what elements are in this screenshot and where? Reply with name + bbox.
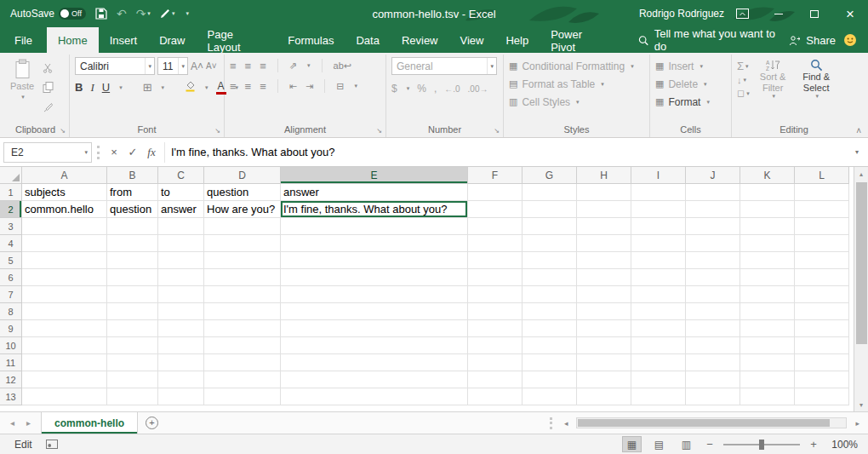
cell-H7[interactable] [577, 286, 631, 303]
number-dialog-launcher[interactable]: ↘ [494, 127, 500, 135]
sheet-nav-left-icon[interactable]: ◂ [10, 418, 14, 428]
cell-G9[interactable] [523, 320, 577, 337]
cell-I6[interactable] [631, 269, 686, 286]
cell-B8[interactable] [107, 303, 158, 320]
cell-E2[interactable]: I'm fine, thanks. What about you? [281, 201, 468, 218]
fill-color-dropdown-icon[interactable]: ▾ [205, 84, 208, 91]
cell-A3[interactable] [22, 218, 107, 235]
formula-input[interactable]: I'm fine, thanks. What about you? [164, 142, 848, 163]
column-header-L[interactable]: L [795, 167, 849, 184]
cell-D7[interactable] [204, 286, 281, 303]
autosum-button[interactable]: Σ▾ [737, 60, 750, 72]
cell-D12[interactable] [204, 371, 281, 388]
tab-formulas[interactable]: Formulas [277, 27, 345, 53]
cell-D4[interactable] [204, 235, 281, 252]
cell-D6[interactable] [204, 269, 281, 286]
cell-H5[interactable] [577, 252, 631, 269]
align-right-icon[interactable]: ≡ [260, 80, 266, 93]
tab-draw[interactable]: Draw [148, 27, 196, 53]
column-header-H[interactable]: H [577, 167, 631, 184]
cell-H10[interactable] [577, 337, 631, 354]
row-header-4[interactable]: 4 [0, 235, 22, 252]
cell-I3[interactable] [631, 218, 686, 235]
cell-F7[interactable] [468, 286, 523, 303]
cell-G8[interactable] [523, 303, 577, 320]
cell-B9[interactable] [107, 320, 158, 337]
cell-G13[interactable] [523, 388, 577, 405]
cell-F13[interactable] [468, 388, 523, 405]
font-size-dropdown-icon[interactable]: ▾ [178, 58, 187, 74]
cell-E13[interactable] [281, 388, 468, 405]
cell-B13[interactable] [107, 388, 158, 405]
user-name[interactable]: Rodrigo Rodriguez [639, 8, 724, 20]
cell-E5[interactable] [281, 252, 468, 269]
cell-K9[interactable] [740, 320, 795, 337]
column-header-D[interactable]: D [204, 167, 281, 184]
cell-E7[interactable] [281, 286, 468, 303]
cell-I4[interactable] [631, 235, 686, 252]
cell-F2[interactable] [468, 201, 523, 218]
zoom-slider[interactable] [723, 444, 800, 445]
macro-record-icon[interactable] [46, 440, 58, 449]
font-dialog-launcher[interactable]: ↘ [214, 127, 220, 135]
name-box[interactable]: E2 ▾ [3, 142, 92, 163]
hscroll-right-icon[interactable]: ▸ [851, 419, 864, 428]
select-all-corner[interactable] [0, 167, 22, 184]
inking-pen-icon[interactable]: ▾ [160, 9, 175, 19]
merge-center-dropdown-icon[interactable]: ▾ [354, 83, 357, 89]
cell-K12[interactable] [740, 371, 795, 388]
hscroll-left-icon[interactable]: ◂ [560, 419, 573, 428]
insert-function-button[interactable]: fx [142, 142, 161, 163]
cell-B11[interactable] [107, 354, 158, 371]
cell-styles-button[interactable]: ▥ Cell Styles ▾ [509, 93, 644, 111]
ribbon-display-options-icon[interactable] [736, 9, 749, 19]
fill-color-button[interactable] [185, 80, 196, 95]
cell-E1[interactable]: answer [281, 184, 468, 201]
align-center-icon[interactable]: ≡ [245, 80, 252, 93]
cell-B10[interactable] [107, 337, 158, 354]
borders-icon[interactable]: ⊞ [143, 81, 152, 94]
cell-J13[interactable] [686, 388, 740, 405]
cell-F11[interactable] [468, 354, 523, 371]
page-break-view-icon[interactable]: ▥ [677, 436, 696, 452]
redo-icon[interactable]: ↷▾ [136, 7, 151, 20]
cell-J7[interactable] [686, 286, 740, 303]
tab-page-layout[interactable]: Page Layout [197, 27, 277, 53]
cell-A2[interactable]: common.hello [22, 201, 107, 218]
cell-H12[interactable] [577, 371, 631, 388]
cell-G2[interactable] [523, 201, 577, 218]
decrease-decimal-icon[interactable]: .00→ [468, 84, 488, 94]
cell-H4[interactable] [577, 235, 631, 252]
column-header-I[interactable]: I [631, 167, 686, 184]
tab-view[interactable]: View [449, 27, 495, 53]
row-header-8[interactable]: 8 [0, 303, 22, 320]
cell-A7[interactable] [22, 286, 107, 303]
column-header-B[interactable]: B [107, 167, 158, 184]
cell-L3[interactable] [795, 218, 849, 235]
cell-B4[interactable] [107, 235, 158, 252]
decrease-indent-icon[interactable]: ⇤ [289, 81, 297, 92]
cell-G11[interactable] [523, 354, 577, 371]
cell-C10[interactable] [158, 337, 204, 354]
cell-I9[interactable] [631, 320, 686, 337]
column-header-F[interactable]: F [468, 167, 523, 184]
cell-A10[interactable] [22, 337, 107, 354]
cell-D5[interactable] [204, 252, 281, 269]
wrap-text-icon[interactable]: ab↩ [334, 60, 351, 72]
cell-D8[interactable] [204, 303, 281, 320]
cell-I11[interactable] [631, 354, 686, 371]
column-header-G[interactable]: G [523, 167, 577, 184]
cell-C4[interactable] [158, 235, 204, 252]
row-header-6[interactable]: 6 [0, 269, 22, 286]
cell-L5[interactable] [795, 252, 849, 269]
format-painter-button[interactable] [37, 99, 58, 115]
tab-insert[interactable]: Insert [99, 27, 149, 53]
row-header-1[interactable]: 1 [0, 184, 22, 201]
normal-view-icon[interactable]: ▦ [622, 436, 642, 452]
tell-me-search[interactable]: Tell me what you want to do [631, 27, 790, 53]
delete-cells-button[interactable]: ▦ Delete ▾ [655, 75, 726, 93]
cell-L7[interactable] [795, 286, 849, 303]
page-layout-view-icon[interactable]: ▤ [649, 436, 669, 452]
cell-G10[interactable] [523, 337, 577, 354]
decrease-font-size-icon[interactable]: A˅ [206, 61, 217, 71]
